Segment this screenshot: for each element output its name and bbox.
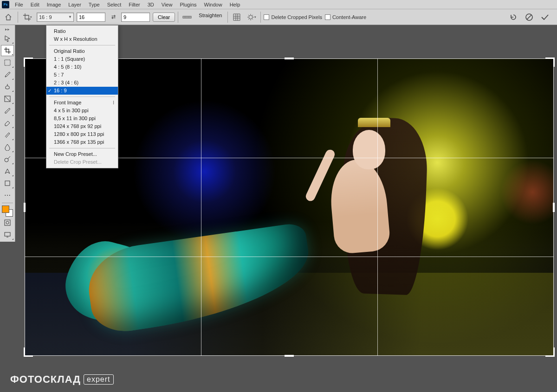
tool-palette: ▸▸ ⋯	[0, 25, 15, 242]
commit-actions	[509, 13, 550, 22]
dd-item-4x5in[interactable]: 4 x 5 in 300 ppi	[46, 107, 118, 115]
menu-layer[interactable]: Layer	[65, 0, 85, 9]
svg-rect-9	[5, 232, 10, 236]
clear-button[interactable]: Clear	[153, 13, 175, 22]
history-brush-tool[interactable]	[1, 129, 14, 141]
content-aware-label: Content-Aware	[332, 14, 366, 20]
dd-item-16-9[interactable]: 16 : 9	[46, 87, 118, 95]
dd-item-5-7[interactable]: 5 : 7	[46, 71, 118, 79]
divider	[260, 12, 261, 23]
crop-settings-icon[interactable]: ▾	[246, 12, 258, 22]
delete-cropped-checkbox[interactable]: Delete Cropped Pixels	[264, 14, 322, 20]
menu-help[interactable]: Help	[226, 0, 244, 9]
dd-item-wxh[interactable]: W x H x Resolution	[46, 35, 118, 43]
eyedropper-tool[interactable]	[1, 69, 14, 80]
move-tool[interactable]	[1, 33, 14, 44]
divider	[227, 12, 228, 23]
crop-handle-top[interactable]	[285, 58, 294, 59]
dd-item-8x11in[interactable]: 8,5 x 11 in 300 ppi	[46, 115, 118, 122]
dd-item-1-1[interactable]: 1 : 1 (Square)	[46, 55, 118, 63]
svg-point-1	[249, 15, 253, 19]
checkbox-icon	[264, 14, 269, 20]
menu-window[interactable]: Window	[201, 0, 226, 9]
watermark-brand: ФОТОСКЛАД	[10, 373, 81, 386]
marquee-tool[interactable]	[1, 57, 14, 68]
pen-tool[interactable]	[1, 166, 14, 177]
commit-icon[interactable]	[540, 13, 550, 22]
clone-stamp-tool[interactable]	[1, 81, 14, 92]
crop-preset-value: 16 : 9	[39, 14, 52, 20]
crop-handle-br[interactable]	[545, 347, 555, 357]
brush-tool[interactable]	[1, 105, 14, 116]
more-tools[interactable]: ⋯	[1, 190, 14, 201]
dd-item-4-5[interactable]: 4 : 5 (8 : 10)	[46, 63, 118, 71]
home-icon[interactable]	[2, 12, 15, 23]
menu-bar: Ps File Edit Image Layer Type Select Fil…	[0, 0, 557, 9]
crop-preset-dropdown: Ratio W x H x Resolution Original Ratio …	[46, 25, 118, 168]
chevron-down-icon: ▼	[68, 15, 72, 19]
crop-handle-left[interactable]	[24, 203, 26, 212]
shape-tool[interactable]	[1, 178, 14, 189]
crop-handle-bl[interactable]	[24, 347, 33, 357]
menu-edit[interactable]: Edit	[27, 0, 43, 9]
divider	[18, 12, 18, 23]
dd-item-original-ratio[interactable]: Original Ratio	[46, 47, 118, 55]
dd-item-front-image[interactable]: Front ImageI	[46, 99, 118, 107]
menu-plugins[interactable]: Plugins	[176, 0, 200, 9]
menu-select[interactable]: Select	[104, 0, 125, 9]
eraser-tool[interactable]	[1, 117, 14, 129]
crop-handle-bottom[interactable]	[285, 355, 294, 357]
app-logo-icon: Ps	[2, 1, 9, 8]
menu-file[interactable]: File	[11, 0, 27, 9]
crop-tool-preset-icon[interactable]: ▾	[21, 12, 34, 23]
menu-image[interactable]: Image	[43, 0, 65, 9]
crop-preset-select[interactable]: 16 : 9 ▼	[37, 13, 74, 22]
crop-tool[interactable]	[1, 45, 14, 56]
crop-handle-tr[interactable]	[545, 58, 555, 67]
straighten-button[interactable]: Straighten	[196, 13, 225, 22]
divider	[178, 12, 178, 23]
svg-rect-6	[5, 181, 10, 186]
crop-height-input[interactable]	[121, 13, 150, 22]
content-aware-checkbox[interactable]: Content-Aware	[325, 14, 366, 20]
foreground-color-swatch[interactable]	[2, 206, 9, 213]
dropdown-separator	[49, 45, 115, 45]
svg-rect-3	[5, 60, 10, 65]
grid-line	[25, 257, 554, 257]
blur-tool[interactable]	[1, 141, 14, 153]
straighten-icon[interactable]	[181, 12, 193, 22]
dd-item-2-3[interactable]: 2 : 3 (4 : 6)	[46, 79, 118, 87]
screen-mode-icon[interactable]	[1, 229, 14, 240]
dd-item-1024x768[interactable]: 1024 x 768 px 92 ppi	[46, 122, 118, 130]
dd-item-ratio[interactable]: Ratio	[46, 27, 118, 35]
watermark: ФОТОСКЛАД expert	[10, 373, 114, 386]
dd-item-1280x800[interactable]: 1280 x 800 px 113 ppi	[46, 130, 118, 138]
color-swatches[interactable]	[2, 206, 13, 217]
cancel-icon[interactable]	[525, 13, 534, 22]
reset-icon[interactable]	[509, 13, 518, 22]
svg-point-5	[5, 158, 8, 162]
crop-handle-right[interactable]	[553, 203, 555, 212]
grid-line	[201, 58, 201, 356]
menu-3d[interactable]: 3D	[144, 0, 158, 9]
menu-filter[interactable]: Filter	[125, 0, 143, 9]
dodge-tool[interactable]	[1, 154, 14, 165]
menu-type[interactable]: Type	[85, 0, 104, 9]
dd-item-delete-preset: Delete Crop Preset...	[46, 158, 118, 166]
quick-mask-icon[interactable]	[1, 217, 14, 228]
svg-rect-7	[5, 220, 10, 225]
menu-view[interactable]: View	[158, 0, 176, 9]
crop-handle-tl[interactable]	[24, 58, 33, 67]
watermark-tag: expert	[84, 374, 113, 385]
options-bar: ▾ 16 : 9 ▼ ⇄ Clear Straighten ▾ Delete C…	[0, 9, 557, 25]
svg-point-8	[6, 221, 9, 224]
grid-line	[377, 58, 378, 356]
crop-width-input[interactable]	[77, 13, 105, 22]
overlay-grid-icon[interactable]	[231, 12, 243, 22]
swap-dimensions-icon[interactable]: ⇄	[108, 13, 118, 21]
dropdown-separator	[49, 148, 115, 148]
dd-item-new-preset[interactable]: New Crop Preset...	[46, 150, 118, 158]
dd-item-1366x768[interactable]: 1366 x 768 px 135 ppi	[46, 138, 118, 146]
checkbox-icon	[325, 14, 330, 20]
gradient-tool[interactable]	[1, 93, 14, 104]
